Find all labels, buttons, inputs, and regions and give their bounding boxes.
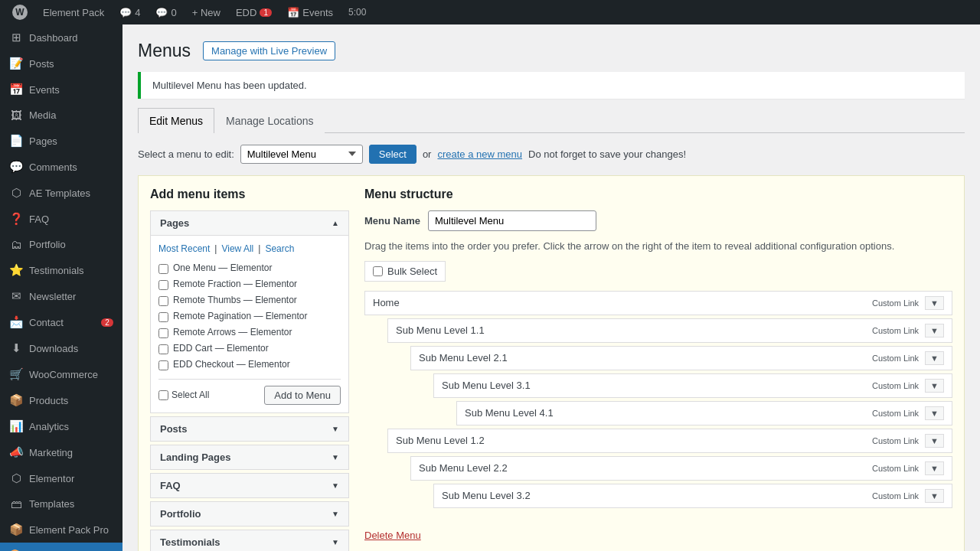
admin-bar-updates[interactable]: 💬 0 [149,0,182,24]
events-icon: 📅 [287,7,299,18]
sidebar-item-elementor[interactable]: ⬡ Elementor [0,465,122,491]
contact-badge: 2 [101,318,113,327]
most-recent-tab[interactable]: Most Recent [158,243,210,254]
comment-icon: 💬 [119,7,132,18]
menu-name-label: Menu Name [364,215,420,227]
accordion-posts-title[interactable]: Posts ▼ [151,417,348,441]
sidebar-item-woocommerce[interactable]: 🛒 WooCommerce [0,361,122,387]
menu-item-sub-2-2[interactable]: Sub Menu Level 2.2 Custom Link ▼ [410,456,952,481]
menu-name-input[interactable] [428,210,596,231]
sidebar-item-products[interactable]: 📦 Products [0,387,122,413]
search-tab[interactable]: Search [265,243,294,254]
menu-item-sub-1-2[interactable]: Sub Menu Level 1.2 Custom Link ▼ [387,429,952,453]
sidebar-item-faq[interactable]: ❓ FAQ [0,206,122,232]
sidebar-item-testimonials[interactable]: ⭐ Testimonials [0,257,122,283]
page-item-0[interactable]: One Menu — Elementor [158,260,341,276]
woocommerce-icon: 🛒 [9,367,23,381]
events-icon: 📅 [9,83,23,96]
testimonials-icon: ⭐ [9,263,23,277]
notice-message: Multilevel Menu has been updated. [152,80,953,91]
admin-bar-new[interactable]: + New [186,0,227,24]
menu-item-home[interactable]: Home Custom Link ▼ [364,291,952,315]
sidebar-item-media[interactable]: 🖼 Media [0,103,122,128]
sidebar: ⊞ Dashboard 📝 Posts 📅 Events 🖼 Media 📄 P… [0,24,122,551]
select-all-checkbox[interactable] [158,390,168,400]
create-menu-link[interactable]: create a new menu [437,148,522,160]
select-all-label[interactable]: Select All [158,390,209,400]
tab-manage-locations[interactable]: Manage Locations [214,108,325,133]
sub-3-1-expand-arrow[interactable]: ▼ [925,379,944,393]
bulk-select-checkbox[interactable] [373,266,383,276]
accordion-landing-pages: Landing Pages ▼ [150,445,349,470]
sidebar-item-events[interactable]: 📅 Events [0,77,122,103]
sidebar-item-comments[interactable]: 💬 Comments [0,154,122,180]
accordion-pages-content: Most Recent | View All | Search One Menu… [151,235,348,412]
menu-structure-heading: Menu structure [364,187,952,201]
update-notice: Multilevel Menu has been updated. [138,72,965,99]
sidebar-item-posts[interactable]: 📝 Posts [0,51,122,77]
home-expand-arrow[interactable]: ▼ [925,296,944,310]
accordion-landing-pages-title[interactable]: Landing Pages ▼ [151,445,348,469]
sub-4-1-expand-arrow[interactable]: ▼ [925,406,944,420]
accordion-testimonials-title[interactable]: Testimonials ▼ [151,530,348,551]
sub-1-1-expand-arrow[interactable]: ▼ [925,324,944,337]
accordion-faq-title[interactable]: FAQ ▼ [151,474,348,497]
element-pack-pro-icon: 📦 [9,523,23,536]
sidebar-item-pages[interactable]: 📄 Pages [0,128,122,154]
sidebar-item-templates[interactable]: 🗃 Templates [0,491,122,517]
sub-1-2-expand-arrow[interactable]: ▼ [925,434,944,448]
page-item-2[interactable]: Remote Thumbs — Elementor [158,292,341,308]
menu-select-dropdown[interactable]: Multilevel Menu [240,145,363,164]
sidebar-item-newsletter[interactable]: ✉ Newsletter [0,283,122,309]
menu-editor-bg: Add menu items Pages ▲ Most Recent | [138,175,965,551]
sidebar-item-analytics[interactable]: 📊 Analytics [0,413,122,439]
dont-forget-text: Do not forget to save your changes! [528,148,686,160]
view-all-tab[interactable]: View All [221,243,253,254]
page-item-5[interactable]: EDD Cart — Elementor [158,341,341,357]
menu-item-sub-3-1[interactable]: Sub Menu Level 3.1 Custom Link ▼ [433,373,952,398]
sidebar-item-contact[interactable]: 📩 Contact 2 [0,309,122,335]
page-item-1[interactable]: Remote Fraction — Elementor [158,276,341,292]
admin-bar-edd[interactable]: EDD 1 [230,0,278,24]
select-menu-button[interactable]: Select [369,145,416,164]
menu-structure-panel: Menu structure Menu Name Drag the items … [364,187,952,541]
manage-preview-button[interactable]: Manage with Live Preview [203,41,335,60]
contact-icon: 📩 [9,315,23,329]
delete-menu-link[interactable]: Delete Menu [364,530,421,541]
sub-3-2-expand-arrow[interactable]: ▼ [925,489,944,503]
wp-logo[interactable]: W [6,0,34,24]
menu-select-row: Select a menu to edit: Multilevel Menu S… [138,145,965,164]
sidebar-item-appearance[interactable]: 🎨 Appearance [0,543,122,551]
admin-bar-time: 5:00 [342,7,372,18]
accordion-pages-title[interactable]: Pages ▲ [151,211,348,235]
menu-item-sub-4-1[interactable]: Sub Menu Level 4.1 Custom Link ▼ [456,401,952,425]
tab-edit-menus[interactable]: Edit Menus [138,108,214,133]
add-menu-items-panel: Add menu items Pages ▲ Most Recent | [150,187,349,551]
sidebar-item-element-pack-pro[interactable]: 📦 Element Pack Pro [0,517,122,543]
sidebar-item-downloads[interactable]: ⬇ Downloads [0,335,122,361]
posts-icon: 📝 [9,57,23,70]
accordion-portfolio-title[interactable]: Portfolio ▼ [151,502,348,526]
page-item-3[interactable]: Remote Pagination — Elementor [158,308,341,324]
page-item-6[interactable]: EDD Checkout — Elementor [158,357,341,373]
sub-2-2-expand-arrow[interactable]: ▼ [925,461,944,475]
bulk-select-label[interactable]: Bulk Select [364,261,446,282]
admin-bar-events[interactable]: 📅 Events [281,0,339,24]
menu-item-sub-2-1[interactable]: Sub Menu Level 2.1 Custom Link ▼ [410,346,952,370]
admin-bar-comments[interactable]: 💬 4 [113,0,146,24]
sidebar-item-dashboard[interactable]: ⊞ Dashboard [0,24,122,51]
wrap: Menus Manage with Live Preview Multileve… [138,40,965,551]
posts-chevron-icon: ▼ [332,425,339,433]
sidebar-item-portfolio[interactable]: 🗂 Portfolio [0,232,122,257]
menu-item-sub-3-2[interactable]: Sub Menu Level 3.2 Custom Link ▼ [433,484,952,508]
sidebar-item-marketing[interactable]: 📣 Marketing [0,439,122,465]
ae-templates-icon: ⬡ [9,186,23,200]
add-to-menu-button[interactable]: Add to Menu [264,386,341,405]
edd-badge: 1 [260,8,272,17]
menu-item-sub-1-1[interactable]: Sub Menu Level 1.1 Custom Link ▼ [387,318,952,343]
sidebar-item-ae-templates[interactable]: ⬡ AE Templates [0,180,122,206]
page-item-4[interactable]: Remote Arrows — Elementor [158,324,341,341]
sub-2-1-expand-arrow[interactable]: ▼ [925,351,944,365]
site-title[interactable]: Element Pack [37,0,110,24]
admin-bar: W Element Pack 💬 4 💬 0 + New EDD 1 📅 Eve… [0,0,980,24]
